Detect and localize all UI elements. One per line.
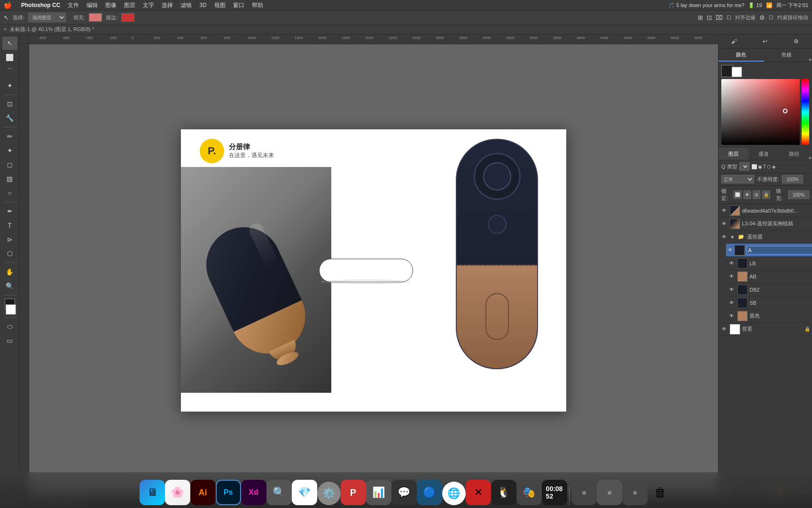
layer-visibility-0[interactable]: 👁 (720, 207, 728, 214)
menu-window[interactable]: 窗口 (233, 1, 244, 9)
color-gradient-box[interactable] (721, 79, 809, 145)
canvas-area[interactable]: -800 -600 -400 -200 0 200 400 600 800 10… (20, 35, 718, 497)
bg-color-swatch[interactable] (6, 304, 16, 315)
type-filter-icon[interactable]: T (763, 164, 766, 169)
layer-row-6[interactable]: 👁 DB2 (726, 283, 812, 296)
dock-app-p[interactable]: P (341, 480, 366, 505)
app-name[interactable]: Photoshop CC (21, 2, 60, 8)
brush-icon[interactable]: 🖌 (729, 37, 739, 46)
dock-finder[interactable]: 🖥 (140, 480, 165, 505)
magic-wand-tool[interactable]: ✦ (2, 79, 17, 92)
layer-row-3[interactable]: 👁 (726, 244, 812, 257)
layer-row-5[interactable]: 👁 AB (726, 270, 812, 283)
dock-sketch[interactable]: 💎 (292, 480, 317, 505)
layer-visibility-7[interactable]: 👁 (728, 299, 735, 307)
stroke-color-swatch[interactable] (121, 13, 134, 22)
layer-row-4[interactable]: 👁 LB (726, 257, 812, 270)
move-tool[interactable]: ↖ (2, 37, 17, 50)
dock-trash[interactable]: 🗑 (648, 480, 673, 505)
history-icon[interactable]: ↩ (760, 37, 770, 46)
type-tool[interactable]: T (2, 219, 17, 232)
dock-photos[interactable]: 🌸 (165, 480, 190, 505)
menu-layers[interactable]: 图层 (124, 1, 135, 9)
gradient-tool[interactable]: ▨ (2, 172, 17, 185)
layer-row-1[interactable]: 👁 L3-04-遥控器实例线稿 (718, 217, 812, 230)
fill-input[interactable] (788, 190, 809, 199)
layer-row-8[interactable]: 👁 底色 (726, 310, 812, 323)
layer-name-input-3[interactable] (747, 246, 812, 254)
layer-row-9[interactable]: 👁 背景 🔒 (718, 323, 812, 336)
close-icon[interactable]: ✕ (4, 27, 7, 32)
layer-row-2[interactable]: 👁 ▼ 📁 遥控器 (718, 230, 812, 244)
dodge-tool[interactable]: ○ (2, 186, 17, 199)
layer-visibility-2[interactable]: 👁 (720, 233, 728, 241)
selection-tool[interactable]: ⬜ (2, 51, 17, 64)
transform-icon[interactable]: ⊡ (707, 14, 712, 21)
adjust-icon[interactable]: ⚙ (792, 37, 801, 46)
gear-icon[interactable]: ⚙ (759, 14, 765, 21)
layer-row-7[interactable]: 👁 SB (726, 296, 812, 310)
pen-tool[interactable]: ✒ (2, 205, 17, 218)
dock-folder-3[interactable]: ⊞ (622, 480, 648, 505)
dock-theater[interactable]: 🎭 (516, 480, 542, 505)
dock-messages[interactable]: 💬 (391, 480, 417, 505)
tab-swatches[interactable]: 色板 (764, 48, 810, 62)
blend-mode-dropdown[interactable]: 正常 (721, 175, 754, 183)
layer-visibility-8[interactable]: 👁 (728, 312, 735, 320)
color-hue-strip[interactable] (802, 79, 809, 145)
stamp-tool[interactable]: ✦ (2, 144, 17, 157)
move-tool-icon[interactable]: ↖ (4, 14, 9, 21)
menu-file[interactable]: 文件 (68, 1, 79, 9)
tab-paths[interactable]: 路径 (779, 148, 809, 160)
crop-tool[interactable]: ⊡ (2, 97, 17, 111)
menu-help[interactable]: 帮助 (252, 1, 263, 9)
dock-folder-1[interactable]: ⊞ (571, 480, 597, 505)
shape-tool[interactable]: ⬡ (2, 247, 17, 260)
lock-pixels-btn[interactable]: ⬜ (734, 190, 741, 199)
lock-artboard-btn[interactable]: ⊞ (753, 190, 760, 199)
dock-xd[interactable]: Xd (241, 480, 266, 505)
menu-image[interactable]: 图像 (105, 1, 117, 9)
menu-3d[interactable]: 3D (199, 2, 206, 8)
dock-slides[interactable]: 📊 (366, 480, 391, 505)
hand-tool[interactable]: ✋ (2, 265, 17, 278)
folder-expand-icon[interactable]: ▼ (730, 234, 735, 240)
fill-color-swatch[interactable] (89, 13, 102, 22)
tab-color[interactable]: 颜色 (718, 48, 764, 62)
pixel-filter-icon[interactable]: ⬜ (751, 164, 757, 169)
layer-filter-dropdown[interactable] (739, 162, 750, 171)
dock-clock[interactable]: 00:0852 (542, 480, 567, 505)
tab-layers[interactable]: 图层 (718, 148, 749, 160)
layer-visibility-5[interactable]: 👁 (728, 273, 735, 280)
dock-illustrator[interactable]: Ai (190, 480, 216, 505)
document-tab[interactable]: 未标题-1 @ 40.1% (图层 1, RGB/8) * (10, 26, 94, 33)
dock-search[interactable]: 🔍 (266, 480, 292, 505)
menu-view[interactable]: 视图 (214, 1, 226, 9)
bg-color-box[interactable] (732, 67, 742, 77)
align-edges-checkbox[interactable]: ☐ (726, 15, 731, 21)
layer-row-0[interactable]: 👁 d6eabed4a07e3bbdb0... (718, 204, 812, 217)
tab-channels[interactable]: 通道 (749, 148, 779, 160)
apple-logo-icon[interactable]: 🍎 (4, 1, 12, 9)
dock-delete[interactable]: ✕ (466, 480, 491, 505)
dock-photoshop[interactable]: Ps (216, 480, 241, 505)
layer-visibility-9[interactable]: 👁 (720, 325, 728, 333)
menu-type[interactable]: 文字 (143, 1, 154, 9)
lock-all-btn[interactable]: 🔒 (762, 190, 770, 199)
eyedropper-tool[interactable]: 🔧 (2, 111, 17, 125)
menu-select[interactable]: 选择 (162, 1, 173, 9)
adj-filter-icon[interactable]: ◉ (758, 164, 762, 169)
dock-chrome[interactable]: 🌐 (442, 482, 466, 505)
lasso-tool[interactable]: ⌒ (2, 65, 17, 78)
brush-tool[interactable]: ✏ (2, 130, 17, 143)
dock-settings[interactable]: ⚙️ (317, 482, 341, 505)
quick-mask-tool[interactable]: ⬭ (2, 320, 17, 333)
dock-folder-2[interactable]: ⊞ (597, 480, 622, 505)
menu-edit[interactable]: 编辑 (86, 1, 98, 9)
lock-position-btn[interactable]: ✚ (743, 190, 751, 199)
zoom-tool[interactable]: 🔍 (2, 279, 17, 293)
select-dropdown[interactable]: 现用图层 (28, 13, 66, 22)
path-constraint-checkbox[interactable]: ☐ (769, 15, 773, 21)
dock-circle-app[interactable]: 🔵 (417, 480, 442, 505)
path-tool[interactable]: ⊳ (2, 233, 17, 246)
